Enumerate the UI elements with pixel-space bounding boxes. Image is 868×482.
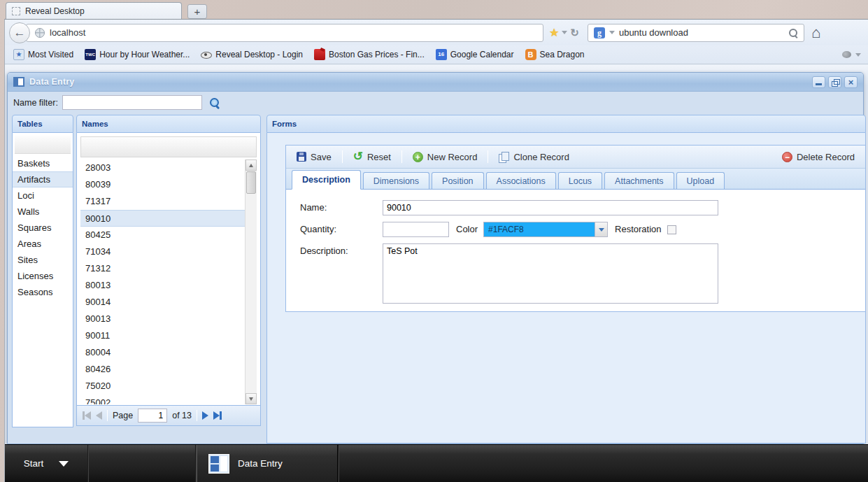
table-item-sites[interactable]: Sites bbox=[13, 252, 73, 268]
bookmark-google-calendar[interactable]: 16 Google Calendar bbox=[432, 48, 518, 62]
scroll-down-icon[interactable] bbox=[246, 393, 257, 404]
home-button-icon[interactable]: ⌂ bbox=[811, 26, 820, 40]
close-button[interactable]: × bbox=[844, 76, 858, 88]
color-dropdown-button[interactable] bbox=[595, 222, 607, 236]
new-record-button[interactable]: + New Record bbox=[408, 150, 483, 164]
start-caret-icon bbox=[59, 461, 69, 467]
bookmark-sea-dragon[interactable]: B Sea Dragon bbox=[521, 48, 589, 62]
reset-button[interactable]: ↺ Reset bbox=[348, 150, 396, 164]
tab-position[interactable]: Position bbox=[432, 172, 483, 189]
table-item-baskets[interactable]: Baskets bbox=[13, 155, 73, 171]
table-item-squares[interactable]: Squares bbox=[13, 220, 73, 236]
name-item[interactable]: 71312 bbox=[80, 260, 245, 277]
tab-attachments[interactable]: Attachments bbox=[604, 172, 674, 189]
names-panel: Names 28003 80039 71317 90010 80425 7103… bbox=[76, 115, 261, 426]
clone-icon bbox=[499, 152, 509, 162]
page-number-input[interactable] bbox=[138, 409, 167, 423]
name-item[interactable]: 75020 bbox=[80, 378, 245, 395]
description-field[interactable]: TeS Pot bbox=[383, 243, 718, 304]
name-field[interactable] bbox=[383, 200, 718, 215]
name-filter-row: Name filter: bbox=[8, 92, 863, 113]
names-blank-row bbox=[80, 136, 257, 157]
name-item[interactable]: 71034 bbox=[80, 243, 245, 260]
search-input[interactable]: ubuntu download bbox=[619, 27, 784, 38]
bookmark-label: Hour by Hour Weather... bbox=[99, 50, 190, 59]
taskbar-divider bbox=[338, 445, 339, 482]
last-page-button[interactable] bbox=[213, 411, 222, 420]
search-box[interactable]: g ubuntu download bbox=[588, 24, 804, 42]
tab-associations[interactable]: Associations bbox=[486, 172, 556, 189]
name-filter-search-button[interactable] bbox=[206, 94, 223, 111]
bookmark-weather[interactable]: TWC Hour by Hour Weather... bbox=[80, 48, 194, 62]
window-title: Data Entry bbox=[29, 77, 75, 87]
prev-page-button[interactable] bbox=[96, 411, 102, 420]
name-item[interactable]: 71317 bbox=[80, 193, 245, 210]
gas-can-icon bbox=[314, 49, 325, 60]
taskbar-item-data-entry[interactable]: Data Entry bbox=[197, 445, 338, 482]
search-engine-caret-icon[interactable] bbox=[609, 31, 615, 34]
tab-description[interactable]: Description bbox=[292, 170, 361, 190]
url-bar[interactable]: localhost bbox=[26, 24, 543, 42]
table-item-artifacts[interactable]: Artifacts bbox=[13, 171, 73, 187]
table-item-loci[interactable]: Loci bbox=[13, 187, 73, 204]
bookmark-caret-icon[interactable] bbox=[562, 31, 567, 34]
restoration-label: Restoration bbox=[615, 224, 661, 234]
back-button[interactable]: ← bbox=[9, 22, 30, 43]
save-button[interactable]: Save bbox=[292, 150, 336, 164]
tab-locus[interactable]: Locus bbox=[558, 172, 602, 189]
bookmark-star-icon[interactable]: ★ bbox=[549, 26, 559, 39]
first-page-button[interactable] bbox=[83, 411, 91, 420]
scroll-up-icon[interactable] bbox=[246, 160, 257, 171]
delete-record-button[interactable]: − Delete Record bbox=[777, 150, 860, 164]
next-page-button[interactable] bbox=[202, 411, 208, 420]
name-filter-input[interactable] bbox=[62, 95, 202, 110]
clone-record-button[interactable]: Clone Record bbox=[494, 150, 574, 164]
name-item-selected[interactable]: 90010 bbox=[80, 210, 245, 227]
names-scrollbar[interactable] bbox=[245, 160, 257, 404]
name-item[interactable]: 90011 bbox=[80, 327, 245, 344]
name-item[interactable]: 75002 bbox=[80, 395, 245, 404]
table-item-licenses[interactable]: Licenses bbox=[13, 268, 73, 284]
window-icon bbox=[13, 77, 24, 87]
bookmarks-overflow[interactable] bbox=[842, 51, 861, 58]
name-item[interactable]: 80004 bbox=[80, 344, 245, 361]
description-tab-body: Name: Quantity: Color #1FACF8 bbox=[286, 190, 865, 311]
app-taskbar: Start Data Entry bbox=[5, 444, 868, 482]
new-tab-button[interactable]: + bbox=[187, 4, 207, 19]
forms-panel-body: Save ↺ Reset + New Record bbox=[266, 133, 866, 444]
reload-icon[interactable]: ↻ bbox=[570, 27, 579, 39]
table-item-areas[interactable]: Areas bbox=[13, 236, 73, 252]
table-item-seasons[interactable]: Seasons bbox=[13, 284, 73, 300]
name-item[interactable]: 80426 bbox=[80, 361, 245, 378]
paging-toolbar: Page of 13 bbox=[77, 405, 260, 425]
restoration-checkbox[interactable] bbox=[667, 225, 676, 234]
start-button[interactable]: Start bbox=[5, 445, 87, 482]
google-search-icon[interactable]: g bbox=[594, 27, 605, 38]
name-item[interactable]: 80013 bbox=[80, 277, 245, 294]
bookmark-label: Most Visited bbox=[28, 50, 73, 59]
tables-panel-header: Tables bbox=[12, 115, 73, 133]
table-item-walls[interactable]: Walls bbox=[13, 204, 73, 220]
quantity-field[interactable] bbox=[383, 222, 449, 237]
minimize-button[interactable] bbox=[812, 76, 825, 88]
name-item[interactable]: 28003 bbox=[80, 160, 245, 176]
bookmark-gas-prices[interactable]: Boston Gas Prices - Fin... bbox=[310, 48, 429, 62]
name-item[interactable]: 90013 bbox=[80, 311, 245, 327]
search-go-icon[interactable] bbox=[788, 28, 798, 38]
name-item[interactable]: 80039 bbox=[80, 176, 245, 193]
tab-upload[interactable]: Upload bbox=[676, 172, 725, 189]
browser-tab[interactable]: Reveal Desktop bbox=[6, 2, 182, 19]
color-combobox[interactable]: #1FACF8 bbox=[483, 222, 608, 237]
tab-dimensions[interactable]: Dimensions bbox=[363, 172, 429, 189]
bookmark-most-visited[interactable]: ★ Most Visited bbox=[9, 48, 78, 62]
window-titlebar[interactable]: Data Entry × bbox=[8, 73, 863, 92]
name-item[interactable]: 80425 bbox=[80, 227, 245, 243]
bookmark-reveal-login[interactable]: Reveal Desktop - Login bbox=[197, 48, 307, 62]
tables-blank-row bbox=[15, 136, 71, 154]
names-list: 28003 80039 71317 90010 80425 71034 7131… bbox=[80, 160, 245, 404]
scrollbar-thumb[interactable] bbox=[246, 171, 256, 194]
restore-button[interactable] bbox=[828, 76, 841, 88]
name-item[interactable]: 90014 bbox=[80, 294, 245, 311]
names-panel-title: Names bbox=[82, 120, 108, 128]
color-value: #1FACF8 bbox=[484, 222, 595, 236]
